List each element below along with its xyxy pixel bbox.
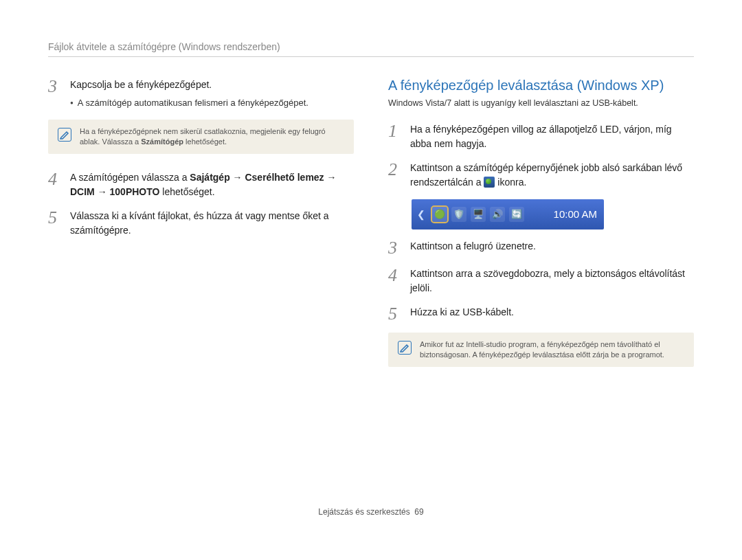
step-number: 2 xyxy=(388,161,403,190)
right-step-2: 2 Kattintson a számítógép képernyőjének … xyxy=(388,161,694,190)
shield-security-icon[interactable]: 🛡️ xyxy=(451,207,466,222)
step2-pre: Kattintson a számítógép képernyőjének jo… xyxy=(410,162,682,188)
left-note-box: Ha a fényképezőgépnek nem sikerül csatla… xyxy=(48,120,354,155)
header-breadcrumb: Fájlok átvitele a számítógépre (Windows … xyxy=(48,41,694,57)
note-icon xyxy=(398,341,412,355)
page-root: Fájlok átvitele a számítógépre (Windows … xyxy=(0,0,742,530)
right-step-4: 4 Kattintson arra a szövegdobozra, mely … xyxy=(388,267,694,295)
step-text: Kapcsolja be a fényképezőgépet. xyxy=(70,78,308,92)
right-step-5: 5 Húzza ki az USB-kábelt. xyxy=(388,305,694,323)
right-step-1: 1 Ha a fényképezőgépen villog az állapot… xyxy=(388,122,694,151)
right-note-box: Amikor fut az Intelli-studio program, a … xyxy=(388,333,694,368)
step-body: Ha a fényképezőgépen villog az állapotje… xyxy=(410,122,694,151)
safely-remove-icon xyxy=(484,177,495,188)
step-number: 5 xyxy=(388,305,403,323)
step-number: 5 xyxy=(48,209,63,238)
note-part-c: lehetőséget. xyxy=(183,137,227,146)
step-number: 1 xyxy=(388,122,403,151)
note-text: Amikor fut az Intelli-studio program, a … xyxy=(420,339,684,361)
step4-pre: A számítógépen válassza a xyxy=(70,172,190,183)
step2-post: ikonra. xyxy=(497,177,526,188)
page-footer: Lejátszás és szerkesztés 69 xyxy=(48,507,694,517)
step-number: 3 xyxy=(388,239,403,257)
step4-post: lehetőséget. xyxy=(159,186,214,197)
step-number: 3 xyxy=(48,78,63,110)
windows-systray: ❮ 🟢 🛡️ 🖥️ 🔊 🔄 10:00 AM xyxy=(412,199,604,229)
step-body: Kattintson arra a szövegdobozra, mely a … xyxy=(410,267,694,295)
left-column: 3 Kapcsolja be a fényképezőgépet. A szám… xyxy=(48,78,354,383)
left-step-5: 5 Válassza ki a kívánt fájlokat, és húzz… xyxy=(48,209,354,238)
left-step-3: 3 Kapcsolja be a fényképezőgépet. A szám… xyxy=(48,78,354,110)
footer-section: Lejátszás és szerkesztés xyxy=(318,507,409,517)
network-icon[interactable]: 🖥️ xyxy=(471,207,486,222)
step-body: Húzza ki az USB-kábelt. xyxy=(410,305,514,323)
update-icon[interactable]: 🔄 xyxy=(509,207,524,222)
right-step-3: 3 Kattintson a felugró üzenetre. xyxy=(388,239,694,257)
step-number: 4 xyxy=(48,170,63,199)
volume-icon[interactable]: 🔊 xyxy=(490,207,505,222)
step-body: Válassza ki a kívánt fájlokat, és húzza … xyxy=(70,209,354,238)
note-text: Ha a fényképezőgépnek nem sikerül csatla… xyxy=(80,126,344,148)
section-subtitle: Windows Vista/7 alatt is ugyanígy kell l… xyxy=(388,98,694,110)
note-part-bold: Számítógép xyxy=(141,137,183,146)
safely-remove-hardware-icon[interactable]: 🟢 xyxy=(432,207,447,222)
step-sub-bullet: A számítógép automatikusan felismeri a f… xyxy=(70,96,308,110)
note-icon xyxy=(58,128,71,142)
step-body: Kattintson a számítógép képernyőjének jo… xyxy=(410,161,694,190)
step-number: 4 xyxy=(388,267,403,295)
footer-page-number: 69 xyxy=(414,507,423,517)
content-columns: 3 Kapcsolja be a fényképezőgépet. A szám… xyxy=(48,78,694,383)
left-step-4: 4 A számítógépen válassza a Sajátgép → C… xyxy=(48,170,354,199)
right-column: A fényképezőgép leválasztása (Windows XP… xyxy=(388,78,694,383)
systray-clock[interactable]: 10:00 AM xyxy=(554,208,597,220)
systray-expand-arrow-icon[interactable]: ❮ xyxy=(414,209,428,220)
step-body: Kapcsolja be a fényképezőgépet. A számít… xyxy=(70,78,308,110)
section-title: A fényképezőgép leválasztása (Windows XP… xyxy=(388,78,694,93)
step-body: A számítógépen válassza a Sajátgép → Cse… xyxy=(70,170,354,199)
step-body: Kattintson a felugró üzenetre. xyxy=(410,239,536,257)
